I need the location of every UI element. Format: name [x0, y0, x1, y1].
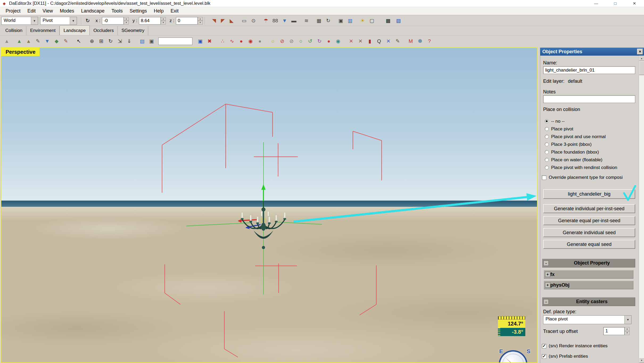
spin-down-icon[interactable]: ▾ [625, 331, 630, 335]
checkbox-icon[interactable]: ✓ [542, 354, 546, 359]
scatter-points-icon[interactable]: ∴ [218, 37, 227, 45]
terrain-raise-icon[interactable]: ▲ [15, 37, 23, 45]
viewport-mode-label[interactable]: Perspective [1, 48, 40, 56]
asset-select-button[interactable]: light_chandelier_big [543, 189, 635, 199]
expand-icon[interactable]: + [545, 282, 550, 288]
camera-icon[interactable]: ▣ [337, 16, 345, 25]
radio-option[interactable]: Place pivot and use normal [544, 133, 635, 141]
help-icon[interactable]: ? [425, 37, 434, 45]
generate-button[interactable]: Generate individual seed [543, 228, 635, 237]
chevron-down-icon[interactable]: ▼ [624, 316, 631, 324]
blue-cross-icon[interactable]: ✕ [384, 37, 393, 45]
edit-pen-icon[interactable]: ✎ [394, 37, 402, 45]
stats-icon[interactable]: 88 [271, 16, 279, 25]
name-input[interactable] [543, 66, 635, 74]
menu-item[interactable]: View [39, 8, 56, 14]
drop-to-ground-icon[interactable]: ⇓ [125, 37, 133, 45]
fx-group-bar[interactable]: + fx [544, 270, 633, 279]
scrollbar-thumb[interactable] [639, 61, 644, 75]
override-placement-checkbox-row[interactable]: ✓ Override placement type for composi [541, 174, 637, 182]
move-surface-icon[interactable]: ⊞ [97, 37, 105, 45]
object-props-icon[interactable]: ▤ [138, 37, 146, 45]
tracert-spinner[interactable]: ▴ ▾ [625, 327, 630, 335]
object-property-group-header[interactable]: - Object Property [542, 259, 635, 267]
material-icon[interactable]: M [407, 37, 415, 45]
spin-up-icon[interactable]: ▴ [161, 17, 166, 21]
loop-cw-icon[interactable]: ↻ [315, 37, 324, 45]
x-spinner[interactable]: ▴ ▾ [124, 17, 129, 24]
water-level-icon[interactable]: ▼ [280, 16, 289, 25]
sun-icon[interactable]: ☀ [358, 16, 367, 25]
grid-toggle-icon[interactable]: ▦ [315, 16, 323, 25]
move-gizmo-icon[interactable]: ⊕ [88, 37, 96, 45]
checker-blue-icon[interactable]: ▨ [394, 16, 403, 25]
chevron-down-icon[interactable]: ▼ [31, 17, 38, 24]
circle-green-icon[interactable]: ○ [297, 37, 305, 45]
panel-scrollbar[interactable]: ▴ ▾ [639, 56, 644, 363]
clone-object-icon[interactable]: ▣ [147, 37, 156, 45]
scale-gizmo-icon[interactable]: ⇲ [116, 37, 124, 45]
menu-item[interactable]: Modes [56, 8, 78, 14]
world-space-select[interactable]: World ▼ [1, 17, 38, 25]
radio-option[interactable]: Place pivot with rendinst collision [544, 164, 635, 171]
checkbox-icon[interactable]: ✓ [542, 344, 546, 348]
spray-entities-icon[interactable]: ◉ [246, 37, 255, 45]
generate-button[interactable]: Generate individual per-inst-seed [543, 204, 635, 213]
expand-icon[interactable]: + [545, 272, 550, 277]
paint-brush-icon[interactable]: ✎ [62, 37, 70, 45]
y-coordinate-input[interactable] [139, 17, 161, 24]
z-coordinate-input[interactable] [176, 17, 198, 24]
radio-option[interactable]: Place on water (floatable) [544, 156, 635, 164]
scroll-down-icon[interactable]: ▾ [639, 358, 644, 363]
srv-checkbox-row[interactable]: ✓ (srv) Render instance entities [541, 342, 637, 350]
viewport-3d[interactable]: Perspective 124.7° -3.8° E S [1, 47, 538, 363]
plugin-tab[interactable]: SGeometry [118, 26, 148, 35]
loop-ccw-icon[interactable]: ↺ [306, 37, 314, 45]
umbrella-icon[interactable]: ☂ [262, 16, 270, 25]
menu-item[interactable]: Settings [126, 8, 150, 14]
spin-down-icon[interactable]: ▾ [124, 21, 129, 24]
frame-icon[interactable]: ▢ [368, 16, 376, 25]
fence-tool-icon[interactable]: ≋ [302, 16, 311, 25]
scroll-up-icon[interactable]: ▴ [639, 56, 644, 61]
menu-item[interactable]: Landscape [78, 8, 108, 14]
x-coordinate-input[interactable] [102, 17, 124, 24]
menu-item[interactable]: Exit [167, 8, 182, 14]
plugin-tab[interactable]: Occluders [90, 26, 118, 35]
shader-ball-icon[interactable]: ☸ [416, 37, 424, 45]
panel-close-icon[interactable]: ✕ [637, 49, 643, 55]
spline-draw-icon[interactable]: ✎ [34, 37, 42, 45]
circle-yellow-icon[interactable]: ○ [269, 37, 277, 45]
cut-tool-icon[interactable]: ✕ [347, 37, 355, 45]
plugin-tab[interactable]: Environment [26, 26, 59, 35]
rotate-gizmo-icon[interactable]: ↻ [106, 37, 115, 45]
loop-render-icon[interactable]: ↻ [324, 16, 332, 25]
tracert-up-offset-input[interactable] [603, 327, 625, 335]
asset-filter-input[interactable] [158, 38, 192, 45]
layout-grid-icon[interactable]: ▥ [346, 16, 354, 25]
checkbox-icon[interactable]: ✓ [542, 175, 546, 180]
notes-input[interactable] [543, 95, 635, 103]
spline-wave-icon[interactable]: ∿ [228, 37, 236, 45]
plugin-tab[interactable]: Landscape [60, 26, 90, 35]
close-button[interactable]: ✕ [625, 0, 644, 7]
maximize-button[interactable]: □ [606, 0, 625, 7]
menu-item[interactable]: Edit [24, 8, 39, 14]
spin-up-icon[interactable]: ▴ [198, 17, 203, 21]
water-drop-icon[interactable]: ▼ [43, 37, 51, 45]
collapse-icon[interactable]: - [543, 261, 549, 266]
zoom-region-icon[interactable]: ▭ [240, 16, 248, 25]
spin-down-icon[interactable]: ▾ [198, 21, 203, 24]
minimize-button[interactable]: — [587, 0, 606, 7]
point-entity-icon[interactable]: ● [237, 37, 245, 45]
entity-casters-group-header[interactable]: - Entity casters [542, 297, 635, 306]
srv-checkbox-row[interactable]: ✓ (srv) Prefab entities [541, 352, 637, 360]
snap-scale-icon[interactable]: ◣ [228, 16, 236, 25]
menu-item[interactable]: Project [2, 8, 24, 14]
gear-ball-icon[interactable]: ◉ [334, 37, 342, 45]
terrain-color-icon[interactable]: ▲ [24, 37, 33, 45]
collapse-icon[interactable]: - [543, 299, 549, 304]
def-place-type-select[interactable]: Place pivot ▼ [543, 315, 631, 324]
export-block-icon[interactable]: ▮ [366, 37, 374, 45]
radio-option[interactable]: Place foundation (bbox) [544, 148, 635, 156]
